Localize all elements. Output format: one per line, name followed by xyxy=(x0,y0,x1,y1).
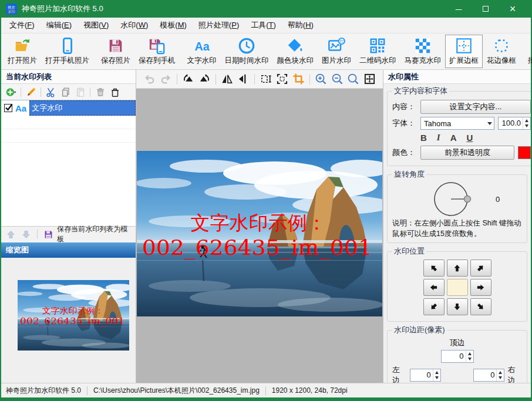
color-label: 颜色： xyxy=(392,147,417,158)
flip-vertical-button[interactable] xyxy=(236,72,251,86)
bold-button[interactable]: B xyxy=(420,133,427,143)
zoom-out-button[interactable] xyxy=(329,72,345,86)
position-left-button[interactable] xyxy=(423,279,445,296)
thumbnail-image[interactable] xyxy=(18,280,129,351)
flip-horizontal-button[interactable] xyxy=(220,72,235,86)
edit-watermark-button[interactable] xyxy=(24,85,38,99)
margin-group: 水印边距(像素) 顶边 0 左边 0 xyxy=(387,325,527,383)
open-phone-photo-button[interactable]: 打开手机照片 xyxy=(41,35,93,68)
watermark-list[interactable]: Aa文字水印 xyxy=(1,100,136,227)
watermark-list-item[interactable]: Aa文字水印 xyxy=(1,100,136,116)
copy-button[interactable] xyxy=(59,85,72,99)
menu-item-E[interactable]: 编辑(E) xyxy=(41,18,78,33)
watermark-list-toolbar xyxy=(1,84,136,100)
toolbar-separator xyxy=(177,74,177,85)
colorblock-watermark-icon xyxy=(286,36,305,55)
position-down-left-button[interactable] xyxy=(423,298,445,315)
position-up-right-button[interactable] xyxy=(470,260,491,277)
margin-top-spinner[interactable]: 0 xyxy=(441,350,474,363)
menu-item-W[interactable]: 水印(W) xyxy=(115,18,154,33)
menu-item-V[interactable]: 视图(V) xyxy=(78,18,115,33)
spin-down-icon[interactable] xyxy=(499,376,502,379)
set-text-content-button[interactable]: 设置文字内容... xyxy=(420,100,531,114)
spinner-buttons[interactable] xyxy=(523,117,530,129)
spin-down-icon[interactable] xyxy=(468,358,472,360)
margin-right-spinner[interactable]: 0 xyxy=(473,369,504,382)
mosaic-watermark-button[interactable]: 马赛克水印 xyxy=(400,35,446,68)
move-down-button[interactable] xyxy=(19,228,32,241)
save-template-button[interactable]: 保存当前水印列表为模板 xyxy=(57,224,133,244)
margin-left-spinner[interactable]: 0 xyxy=(410,369,441,382)
menu-item-M[interactable]: 模板(M) xyxy=(154,18,193,33)
underline-button[interactable]: U xyxy=(467,133,473,143)
item-checkbox[interactable] xyxy=(4,104,12,112)
redo-button[interactable] xyxy=(159,72,174,86)
position-right-button[interactable] xyxy=(470,279,491,296)
italic-button[interactable]: I xyxy=(437,133,440,143)
canvas[interactable] xyxy=(136,89,383,383)
font-a-button[interactable]: A xyxy=(450,133,457,143)
menu-item-P[interactable]: 照片处理(P) xyxy=(193,18,245,33)
rotate-left-button[interactable] xyxy=(181,72,196,86)
spinner-buttons[interactable] xyxy=(433,369,440,381)
lace-frame-button[interactable]: 花边像框 xyxy=(483,35,520,68)
datetime-watermark-button[interactable]: 日期时间水印 xyxy=(221,35,273,68)
spin-down-icon[interactable] xyxy=(525,124,528,127)
color-swatch[interactable] xyxy=(518,146,531,159)
crop-button[interactable] xyxy=(291,72,306,86)
save-photo-button[interactable]: 保存照片 xyxy=(97,35,134,68)
extend-border-button[interactable]: 扩展边框 xyxy=(445,35,483,68)
expand-canvas-button[interactable] xyxy=(275,72,290,86)
spin-up-icon[interactable] xyxy=(525,119,528,122)
photo-preview[interactable] xyxy=(137,151,382,316)
save-to-phone-button[interactable]: 保存到手机 xyxy=(134,35,180,68)
paste-button[interactable] xyxy=(73,85,87,99)
fg-opacity-button[interactable]: 前景和透明度 xyxy=(420,146,514,160)
resize-button[interactable] xyxy=(258,72,274,86)
spinner-buttons[interactable] xyxy=(466,351,473,362)
qrcode-watermark-button[interactable]: 二维码水印 xyxy=(355,35,400,68)
cut-button[interactable] xyxy=(44,85,58,99)
open-photo-button[interactable]: 打开照片 xyxy=(4,35,41,68)
spin-up-icon[interactable] xyxy=(499,371,502,374)
batch-watermark-button[interactable]: 批批量加水印 xyxy=(524,35,532,68)
rotation-dial[interactable] xyxy=(415,180,493,218)
text-watermark-button[interactable]: Aa文字水印 xyxy=(183,35,221,68)
font-size-spinner[interactable]: 100.0 xyxy=(498,117,531,130)
delete-button[interactable] xyxy=(93,85,107,99)
colorblock-watermark-button[interactable]: 颜色块水印 xyxy=(273,35,318,68)
spinner-buttons[interactable] xyxy=(496,369,504,381)
minimize-button[interactable]: ─ xyxy=(445,0,472,18)
menu-item-F[interactable]: 文件(F) xyxy=(4,18,41,33)
add-watermark-button[interactable] xyxy=(4,85,18,99)
position-up-button[interactable] xyxy=(447,260,468,277)
spin-up-icon[interactable] xyxy=(468,352,472,355)
chevron-down-icon[interactable] xyxy=(485,117,494,129)
title-bar: 照片 水印 神奇照片加水印软件 5.0 ─ × xyxy=(1,0,531,18)
menu-item-mnemonic: (M) xyxy=(175,21,187,29)
menu-item-H[interactable]: 帮助(H) xyxy=(282,18,319,33)
close-button[interactable]: × xyxy=(499,0,526,18)
position-down-button[interactable] xyxy=(447,298,468,315)
spin-down-icon[interactable] xyxy=(435,376,439,379)
move-up-button[interactable] xyxy=(4,228,17,241)
spin-up-icon[interactable] xyxy=(435,371,439,374)
toolbar-button-label: 图片水印 xyxy=(322,56,351,66)
status-app-name: 神奇照片加水印软件 5.0 xyxy=(6,386,81,396)
position-down-right-button[interactable] xyxy=(470,298,491,315)
menu-item-T[interactable]: 工具(T) xyxy=(245,18,282,33)
zoom-actual-button[interactable] xyxy=(346,72,361,86)
clear-all-button[interactable] xyxy=(108,85,122,99)
font-size-value: 100.0 xyxy=(499,117,523,129)
rotation-knob[interactable] xyxy=(464,196,470,203)
font-family-select[interactable]: Tahoma xyxy=(420,117,494,130)
menu-item-mnemonic: (T) xyxy=(266,21,276,29)
position-up-left-button[interactable] xyxy=(423,260,445,277)
zoom-in-button[interactable] xyxy=(314,72,329,86)
position-center-cell[interactable] xyxy=(447,279,468,296)
fit-window-button[interactable] xyxy=(362,72,378,86)
undo-button[interactable] xyxy=(142,72,157,86)
image-watermark-button[interactable]: 印图片水印 xyxy=(318,35,355,68)
maximize-button[interactable] xyxy=(472,0,499,18)
rotate-right-button[interactable] xyxy=(197,72,213,86)
